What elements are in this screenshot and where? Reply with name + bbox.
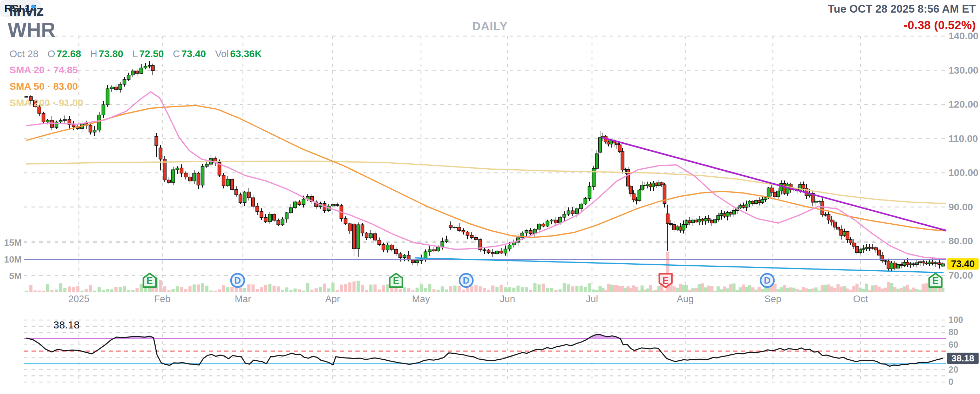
candle-up: [592, 168, 595, 186]
volume-bar: [508, 287, 511, 292]
volume-bar: [285, 288, 288, 292]
candle-down: [449, 225, 452, 227]
candle-up: [93, 130, 96, 132]
month-label: Jul: [586, 294, 598, 304]
candle-up: [332, 205, 335, 206]
candle-up: [496, 251, 499, 254]
volume-bar: [210, 291, 213, 292]
candle-up: [897, 264, 900, 268]
volume-bar: [695, 288, 698, 292]
candle-up: [281, 219, 284, 225]
candle-up: [127, 75, 130, 79]
month-label: Mar: [235, 294, 251, 304]
candle-down: [395, 249, 398, 254]
sma200-legend: SMA 200 · 91.00: [10, 97, 83, 109]
candle-down: [673, 224, 676, 230]
volume-bar: [837, 284, 840, 292]
earnings-marker-letter: E: [393, 275, 399, 286]
volume-bar: [172, 289, 175, 292]
volume-bar: [673, 286, 676, 292]
blue-trendline[interactable]: [415, 258, 943, 273]
volume-bar: [780, 287, 783, 292]
price-axis-label: 80.00: [948, 235, 973, 246]
candle-up: [843, 232, 846, 235]
volume-bar: [89, 285, 92, 292]
candle-down: [618, 145, 621, 152]
volume-bar: [588, 283, 591, 292]
volume-bar: [827, 284, 830, 292]
volume-bar: [824, 284, 827, 292]
volume-bar: [698, 284, 701, 292]
volume-bar: [584, 287, 587, 292]
candle-down: [256, 207, 259, 212]
volume-bar: [453, 285, 457, 292]
candle-down: [884, 261, 887, 262]
volume-bar: [110, 289, 114, 292]
candle-up: [780, 183, 783, 191]
volume-bar: [840, 287, 843, 292]
candle-up: [428, 249, 431, 252]
candle-up: [903, 262, 906, 265]
candle-up: [226, 180, 229, 186]
candle-down: [458, 227, 461, 230]
volume-bar: [862, 289, 865, 292]
candle-down: [252, 198, 255, 206]
volume-bar: [106, 289, 109, 292]
candle-up: [588, 186, 591, 199]
candle-up: [357, 225, 360, 248]
volume-bar: [189, 286, 192, 292]
volume-bar: [159, 280, 162, 292]
candle-up: [369, 234, 372, 238]
candle-up: [745, 204, 748, 208]
candle-up: [915, 262, 919, 264]
price-axis-label: 90.00: [948, 202, 973, 213]
candle-down: [751, 201, 755, 204]
candle-down: [711, 221, 714, 223]
candle-up: [172, 170, 175, 182]
volume-bar: [416, 288, 419, 292]
candle-down: [136, 71, 139, 73]
candle-down: [632, 194, 635, 200]
volume-bar: [51, 290, 54, 292]
volume-bar: [378, 289, 381, 292]
volume-bar: [890, 283, 893, 292]
price-axis-label: 100.00: [948, 167, 978, 178]
volume-bar: [742, 284, 745, 292]
volume-bar: [328, 289, 331, 292]
volume-bar: [235, 288, 238, 292]
candle-down: [621, 152, 624, 170]
volume-bar: [136, 288, 139, 292]
volume-bar: [818, 291, 821, 292]
candle-down: [723, 213, 726, 216]
volume-bar: [635, 287, 638, 292]
volume-bar: [38, 291, 41, 292]
volume-bar: [567, 284, 570, 292]
volume-bar: [641, 285, 644, 292]
price-axis-label: 120.00: [948, 99, 978, 110]
volume-bar: [281, 290, 284, 292]
candle-up: [767, 188, 770, 198]
candle-down: [336, 205, 339, 206]
candle-down: [462, 230, 465, 232]
candle-down: [382, 245, 385, 250]
volume-bar: [610, 284, 613, 292]
volume-bar: [151, 287, 154, 292]
candle-up: [859, 249, 862, 253]
candle-down: [483, 249, 486, 250]
candle-down: [670, 223, 673, 224]
candle-down: [856, 246, 859, 253]
candle-down: [925, 263, 928, 264]
candle-up: [676, 227, 679, 230]
volume-bar: [773, 284, 777, 292]
volume-bar: [197, 284, 200, 292]
candle-up: [140, 68, 143, 74]
finviz-logo[interactable]: finviz: [9, 2, 43, 19]
volume-bar: [849, 290, 853, 292]
candle-up: [386, 245, 390, 250]
volume-bar: [433, 289, 436, 292]
quote-date: Oct 28: [10, 48, 38, 60]
volume-bar: [909, 289, 912, 292]
candle-down: [887, 261, 890, 269]
volume-bar: [119, 287, 122, 292]
candle-up: [871, 248, 875, 248]
